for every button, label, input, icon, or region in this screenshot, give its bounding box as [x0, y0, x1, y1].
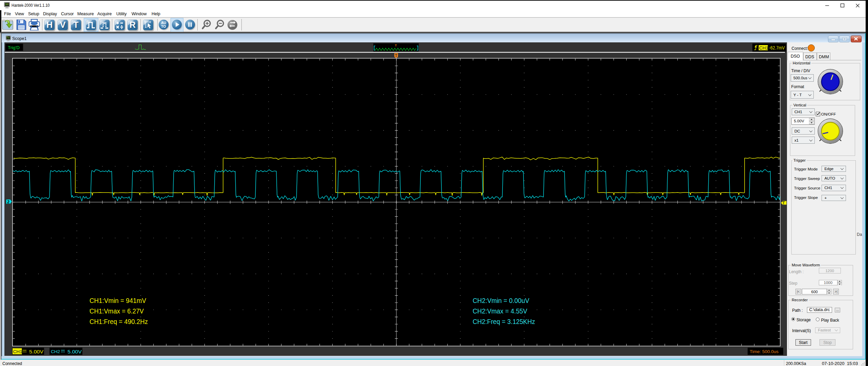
svg-text:CH1:Vmax = 6.27V: CH1:Vmax = 6.27V	[90, 307, 144, 315]
svg-text:5.00V: 5.00V	[29, 349, 43, 354]
svg-text:CH1:Vmin = 941mV: CH1:Vmin = 941mV	[90, 297, 146, 304]
svg-text:CH2:Vmin = 0.00uV: CH2:Vmin = 0.00uV	[473, 297, 529, 304]
svg-text:CH1: CH1	[13, 349, 22, 354]
svg-text:2: 2	[7, 199, 9, 204]
svg-text:CH2:Vmax = 4.55V: CH2:Vmax = 4.55V	[473, 307, 527, 315]
svg-text:T: T	[782, 201, 785, 205]
svg-text:Time: 500.0us: Time: 500.0us	[750, 349, 778, 354]
svg-text:CH2:Freq = 3.125KHz: CH2:Freq = 3.125KHz	[473, 318, 535, 325]
svg-text:T: T	[395, 43, 397, 47]
svg-text:CH1:Freq = 490.2Hz: CH1:Freq = 490.2Hz	[90, 318, 148, 325]
svg-text:Trig'D: Trig'D	[8, 45, 20, 50]
svg-text:-62.7mV: -62.7mV	[769, 45, 785, 50]
svg-text:CH1: CH1	[759, 45, 768, 50]
svg-text:CH2: CH2	[51, 349, 60, 354]
svg-text:5.00V: 5.00V	[67, 349, 82, 354]
